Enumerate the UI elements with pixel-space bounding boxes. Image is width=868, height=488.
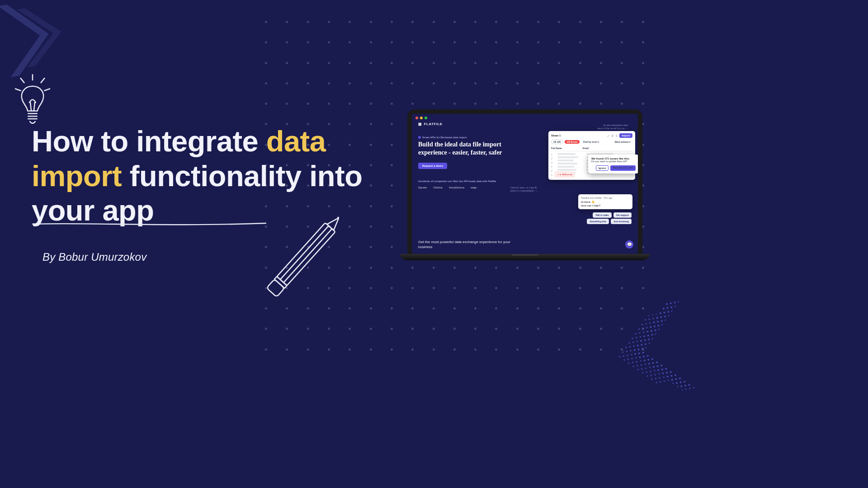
lightbulb-sketch-icon (13, 73, 52, 127)
fix-question: Do you want to update them all? (591, 160, 627, 163)
errors-pill[interactable]: 126 Errors (565, 140, 580, 144)
more-actions[interactable]: More actions ▾ (613, 140, 632, 144)
sheet-icon-2[interactable]: ☰ (611, 134, 613, 137)
ignore-button[interactable]: Ignore (596, 165, 609, 171)
chat-line-2: How can I help? (581, 204, 630, 207)
chip-talk-to-sales[interactable]: Talk to sales (593, 212, 612, 218)
hand-note-mid: Upload, type, or copy & paste to a sprea… (510, 186, 538, 192)
chip-something-else[interactable]: Something else (587, 219, 609, 224)
chip-get-support[interactable]: Get support (613, 212, 632, 218)
pencil-sketch-icon (253, 217, 339, 314)
svg-line-5 (15, 89, 21, 91)
headline-block: How to integrate data import functionali… (32, 124, 384, 228)
byline: By Bobur Umurzokov (42, 251, 146, 263)
col-fullname: Full Name (551, 147, 583, 150)
headline: How to integrate data import functionali… (32, 124, 384, 228)
product-hero: Build the ideal data file import experie… (418, 141, 504, 156)
laptop-lid: ▦ FLATFILE Smart APIs for file-based dat… (407, 109, 642, 254)
svg-line-11 (283, 229, 332, 282)
product-section-2: Get the most powerful data exchange expe… (418, 239, 511, 249)
headline-underline-sketch (32, 221, 267, 228)
malformed-warning: Is Malformed (555, 172, 575, 177)
chevron-decor-bottom-right (596, 292, 694, 390)
chat-card: FlatyBot from Flatfile · 37m ago Hi ther… (578, 194, 632, 209)
chat-meta: FlatyBot from Flatfile · 37m ago (581, 197, 630, 199)
chat-chips-row2: Something else Just browsing (587, 219, 632, 224)
sheet-icon-1[interactable]: ⤢ (607, 134, 609, 137)
find-by-error[interactable]: Find by error ▾ (581, 140, 601, 144)
sheet-icon-3[interactable]: ↧ (615, 134, 618, 137)
chip-just-browsing[interactable]: Just browsing (611, 219, 632, 224)
headline-part1: How to integrate (32, 125, 266, 158)
svg-line-4 (41, 78, 45, 83)
svg-rect-9 (277, 223, 335, 286)
request-demo-button[interactable]: Request a demo (418, 163, 447, 169)
chat-line-1: Hi there 👋 (581, 200, 630, 203)
svg-rect-13 (267, 279, 285, 297)
sheet-title: Sheet 1 (551, 134, 561, 137)
sheet-import-button[interactable]: Import (619, 133, 632, 138)
svg-marker-7 (327, 217, 339, 230)
col-email: Email (583, 147, 589, 150)
resolve-button[interactable]: Resolve 171 cells (610, 165, 636, 171)
fix-popover: We found 171 issues like this. Do you wa… (588, 155, 638, 174)
laptop-base (400, 254, 650, 260)
svg-line-10 (280, 226, 329, 280)
window-traffic-lights (415, 117, 427, 119)
hand-note-top: AI and exhaustive data most of the work … (598, 124, 628, 130)
svg-line-3 (21, 78, 24, 83)
laptop-screen: ▦ FLATFILE Smart APIs for file-based dat… (412, 114, 638, 254)
svg-line-6 (44, 89, 50, 91)
chat-chips-row1: Talk to sales Get support (593, 212, 632, 218)
laptop-mockup: ▦ FLATFILE Smart APIs for file-based dat… (407, 109, 642, 260)
chat-bubble-icon[interactable]: 💬 (625, 240, 633, 249)
